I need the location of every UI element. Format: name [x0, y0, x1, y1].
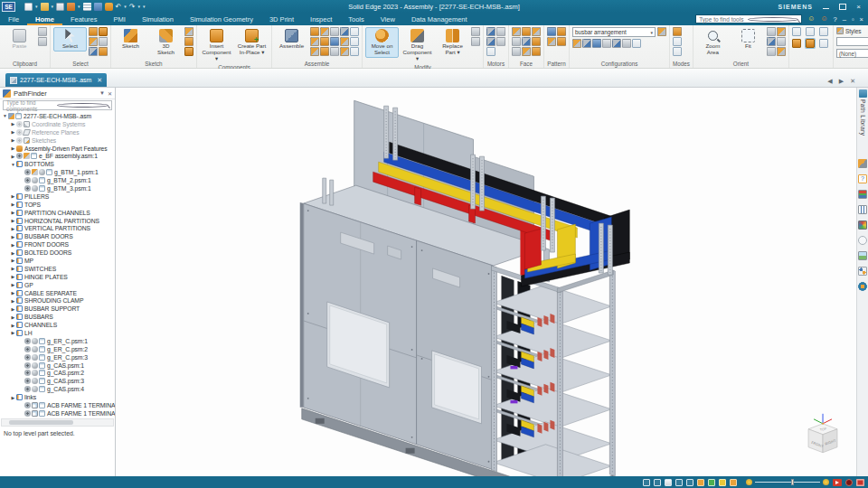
- tree-item[interactable]: ▶ VERTICAL PARTITIONS: [0, 224, 115, 232]
- tree-item[interactable]: ▶ MP: [0, 257, 115, 265]
- cut-icon[interactable]: [38, 37, 47, 46]
- record-icon[interactable]: [833, 479, 842, 486]
- sketch-tool-icon[interactable]: [184, 27, 193, 36]
- window-icon[interactable]: [643, 479, 650, 486]
- tree-expand-icon[interactable]: ▶: [10, 137, 16, 143]
- tree-item[interactable]: ▶ BUSBAR DOORS: [0, 232, 115, 240]
- tree-item[interactable]: g_ER_C.psm:2: [0, 345, 115, 353]
- tree-item[interactable]: g_CAS.psm:4: [0, 385, 115, 393]
- orient-tool-icon[interactable]: [777, 27, 786, 36]
- tree-item[interactable]: ▶ LH: [0, 329, 115, 337]
- view-cube-icon[interactable]: [792, 27, 801, 36]
- select-tool-icon[interactable]: [99, 37, 108, 46]
- pathfinder-hscrollbar[interactable]: [1, 418, 114, 427]
- config-tool-icon[interactable]: [602, 39, 611, 48]
- links-icon[interactable]: [858, 267, 867, 276]
- grid-icon[interactable]: [675, 479, 683, 486]
- pattern-icon[interactable]: [557, 27, 566, 36]
- save-icon[interactable]: [56, 3, 64, 11]
- tree-item[interactable]: ▶ BOLTED DOORS: [0, 249, 115, 257]
- zoom-out-icon[interactable]: [746, 479, 752, 485]
- tree-item[interactable]: ACB FARME 1 TERMINAL.par:2: [0, 409, 115, 418]
- shape-icon[interactable]: [105, 3, 113, 11]
- assemble-tool-icon[interactable]: [330, 27, 339, 36]
- mode-icon[interactable]: [673, 47, 682, 56]
- tree-expand-icon[interactable]: ▼: [2, 113, 8, 118]
- gear-icon[interactable]: [858, 282, 867, 291]
- tree-item[interactable]: g_CAS.psm:2: [0, 370, 115, 378]
- face-relate-icon[interactable]: [532, 47, 541, 56]
- tab-close-icon[interactable]: ✕: [97, 77, 102, 84]
- assemble-tool-icon[interactable]: [330, 37, 339, 46]
- material-icon[interactable]: [708, 479, 715, 486]
- undo-icon[interactable]: ↶: [116, 3, 122, 11]
- folder-icon[interactable]: [719, 479, 726, 486]
- doc-minimize-button[interactable]: –: [843, 15, 846, 23]
- mode-icon[interactable]: [673, 27, 682, 36]
- drag-component-button[interactable]: Drag Component ▾: [401, 27, 434, 63]
- assemble-tool-icon[interactable]: [350, 47, 359, 56]
- tree-expand-icon[interactable]: ▶: [10, 323, 16, 328]
- panel-icon[interactable]: [665, 479, 672, 486]
- assemble-tool-icon[interactable]: [340, 37, 349, 46]
- menu-pmi[interactable]: PMI: [106, 13, 134, 25]
- tree-item[interactable]: ▶ TOPS: [0, 201, 115, 209]
- fit-button[interactable]: Fit: [731, 27, 765, 52]
- tree-item[interactable]: ▶ Coordinate Systems: [0, 120, 115, 128]
- sketch-tool-icon[interactable]: [184, 47, 193, 56]
- tree-item[interactable]: ▶ Reference Planes: [0, 128, 115, 136]
- tree-expand-icon[interactable]: ▶: [10, 121, 16, 127]
- tree-item[interactable]: ▶ Assembly-Driven Part Features: [0, 145, 115, 153]
- config-tool-icon[interactable]: [582, 39, 591, 48]
- tree-expand-icon[interactable]: ▶: [10, 129, 16, 135]
- assemble-tool-icon[interactable]: [350, 27, 359, 36]
- pattern-icon[interactable]: [547, 27, 556, 36]
- motor-icon[interactable]: [496, 37, 505, 46]
- tree-item[interactable]: g_CAS.psm:1: [0, 361, 115, 370]
- tree-item[interactable]: g_BTM_2.psm:1: [0, 176, 115, 184]
- shaded-view-icon[interactable]: [792, 39, 801, 48]
- pattern-icon[interactable]: [557, 37, 566, 46]
- menu-data-management[interactable]: Data Management: [403, 13, 476, 25]
- face-relate-icon[interactable]: [522, 37, 531, 46]
- tree-item[interactable]: g_CAS.psm:3: [0, 377, 115, 385]
- texture-icon[interactable]: [730, 479, 737, 486]
- view-cube[interactable]: TOP FRONT RIGHT: [808, 414, 837, 453]
- orient-tool-icon[interactable]: [777, 47, 786, 56]
- style-override-dropdown[interactable]: (None) ▾: [836, 49, 868, 58]
- tree-expand-icon[interactable]: ▶: [10, 234, 16, 239]
- assemble-tool-icon[interactable]: [340, 27, 349, 36]
- zoom-area-button[interactable]: Zoom Area: [696, 27, 730, 58]
- select-button[interactable]: Select: [53, 27, 87, 52]
- tree-expand-icon[interactable]: ▶: [10, 210, 16, 215]
- tree-item[interactable]: ▼ BOTTOMS: [0, 160, 115, 168]
- tree-item[interactable]: ▶ links: [0, 393, 115, 401]
- tree-expand-icon[interactable]: ▶: [10, 282, 16, 287]
- tree-expand-icon[interactable]: ▶: [10, 242, 16, 248]
- menu-features[interactable]: Features: [62, 13, 106, 25]
- mode-icon[interactable]: [673, 37, 682, 46]
- qat-customize-icon[interactable]: ▾: [143, 4, 146, 9]
- assemble-tool-icon[interactable]: [320, 37, 329, 46]
- tree-item[interactable]: ▶ SWITCHES: [0, 265, 115, 273]
- tree-expand-icon[interactable]: ▼: [10, 162, 16, 167]
- replace-part-button[interactable]: Replace Part ▾: [436, 27, 469, 58]
- motor-icon[interactable]: [486, 27, 495, 36]
- tree-item[interactable]: ▶ PILLERS: [0, 192, 115, 201]
- tree-expand-icon[interactable]: ▶: [10, 314, 16, 320]
- assemble-tool-icon[interactable]: [320, 27, 329, 36]
- tree-item[interactable]: g_ER_C.psm:3: [0, 353, 115, 361]
- maximize-button[interactable]: [838, 3, 846, 11]
- config-tool-icon[interactable]: [632, 39, 641, 48]
- face-relate-icon[interactable]: [532, 27, 541, 36]
- tree-expand-icon[interactable]: ▶: [10, 145, 16, 151]
- styles-label[interactable]: Styles: [845, 28, 862, 34]
- orient-tool-icon[interactable]: [767, 47, 776, 56]
- assemble-tool-icon[interactable]: [330, 47, 339, 56]
- open-icon[interactable]: [41, 3, 49, 11]
- assemble-tool-icon[interactable]: [350, 37, 359, 46]
- tree-expand-icon[interactable]: ▶: [10, 154, 16, 159]
- tree-item[interactable]: g_BTM_1.psm:1: [0, 168, 115, 176]
- select-tool-icon[interactable]: [89, 27, 98, 36]
- tree-expand-icon[interactable]: ▶: [10, 226, 16, 231]
